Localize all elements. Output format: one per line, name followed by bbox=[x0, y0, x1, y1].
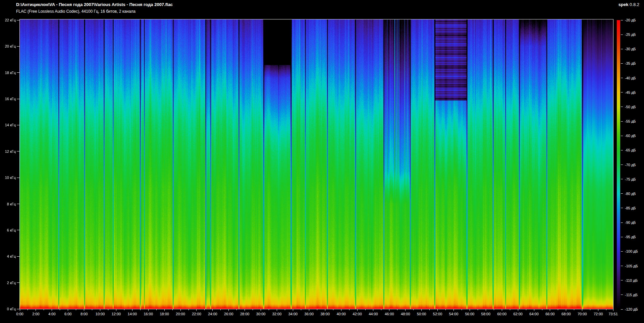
time-minor-tick bbox=[462, 309, 462, 310]
time-minor-tick bbox=[510, 309, 510, 310]
db-tick bbox=[621, 179, 623, 179]
time-tick-label: 54:00 bbox=[445, 312, 463, 316]
time-minor-tick bbox=[28, 309, 28, 310]
time-tick bbox=[357, 309, 358, 311]
time-tick-label: 50:00 bbox=[413, 312, 431, 316]
db-tick-label: -85 дБ bbox=[625, 206, 644, 210]
freq-tick bbox=[17, 125, 19, 125]
time-minor-tick bbox=[92, 309, 92, 310]
spectrogram-frame bbox=[19, 19, 613, 309]
freq-tick-label: 18 кГц bbox=[0, 71, 16, 75]
db-tick bbox=[621, 49, 623, 49]
freq-tick bbox=[17, 151, 19, 151]
time-tick bbox=[293, 309, 293, 311]
time-minor-tick bbox=[590, 309, 590, 310]
time-tick-label: 24:00 bbox=[204, 312, 222, 316]
time-tick bbox=[453, 309, 454, 311]
time-tick-label: 6:00 bbox=[59, 312, 77, 316]
time-minor-tick bbox=[526, 309, 526, 310]
time-tick-label: 46:00 bbox=[380, 312, 398, 316]
time-minor-tick bbox=[44, 309, 44, 310]
time-tick-label: 26:00 bbox=[220, 312, 238, 316]
freq-tick bbox=[17, 204, 19, 204]
freq-tick bbox=[17, 256, 19, 257]
time-tick-label: 70:00 bbox=[573, 312, 591, 316]
time-tick bbox=[228, 309, 229, 311]
time-minor-tick bbox=[156, 309, 157, 310]
time-minor-tick bbox=[429, 309, 430, 310]
db-tick bbox=[621, 222, 623, 223]
app-version-label: spek 0.8.2 bbox=[619, 2, 639, 7]
file-path: D:\Антициклон\VA - Песня года 2007\Vario… bbox=[16, 2, 173, 7]
time-tick bbox=[405, 309, 406, 311]
db-tick-label: -20 дБ bbox=[625, 18, 644, 22]
time-minor-tick bbox=[558, 309, 558, 310]
freq-tick bbox=[17, 230, 19, 230]
time-minor-tick bbox=[140, 309, 141, 310]
db-tick-label: -45 дБ bbox=[625, 90, 644, 94]
time-minor-tick bbox=[189, 309, 189, 310]
freq-tick bbox=[17, 20, 19, 20]
time-tick-label: 68:00 bbox=[557, 312, 575, 316]
time-tick bbox=[148, 309, 149, 311]
time-tick bbox=[341, 309, 341, 311]
time-minor-tick bbox=[269, 309, 269, 310]
time-tick-label: 38:00 bbox=[316, 312, 334, 316]
freq-tick bbox=[17, 99, 19, 99]
time-tick bbox=[52, 309, 52, 311]
format-info: FLAC (Free Lossless Audio Codec), 44100 … bbox=[16, 9, 136, 14]
time-tick bbox=[180, 309, 181, 311]
db-tick bbox=[621, 136, 623, 136]
time-tick-label: 58:00 bbox=[477, 312, 495, 316]
time-minor-tick bbox=[349, 309, 350, 310]
time-minor-tick bbox=[413, 309, 414, 310]
time-tick-label: 20:00 bbox=[171, 312, 190, 316]
db-tick-label: -70 дБ bbox=[625, 163, 644, 167]
time-tick bbox=[598, 309, 598, 311]
time-tick-label: 4:00 bbox=[43, 312, 61, 316]
time-minor-tick bbox=[124, 309, 124, 310]
freq-tick bbox=[17, 309, 19, 309]
freq-tick-label: 16 кГц bbox=[0, 97, 16, 101]
time-minor-tick bbox=[397, 309, 397, 310]
time-tick bbox=[470, 309, 470, 311]
app-name: spek bbox=[619, 2, 629, 7]
db-tick-label: -30 дБ bbox=[625, 47, 644, 51]
time-minor-tick bbox=[236, 309, 237, 310]
db-tick-label: -65 дБ bbox=[625, 148, 644, 152]
db-tick bbox=[621, 266, 623, 266]
db-tick-label: -35 дБ bbox=[625, 61, 644, 65]
time-tick-label: 28:00 bbox=[236, 312, 254, 316]
time-tick bbox=[534, 309, 534, 311]
db-tick bbox=[621, 63, 623, 64]
time-tick-label: 40:00 bbox=[332, 312, 350, 316]
time-tick bbox=[437, 309, 438, 311]
time-tick bbox=[325, 309, 325, 311]
db-tick-label: -90 дБ bbox=[625, 220, 644, 224]
db-tick-label: -80 дБ bbox=[625, 192, 644, 196]
db-tick bbox=[621, 251, 623, 252]
time-tick bbox=[389, 309, 389, 311]
time-minor-tick bbox=[381, 309, 381, 310]
time-minor-tick bbox=[204, 309, 205, 310]
time-tick-label: 73:51 bbox=[604, 312, 622, 316]
time-tick bbox=[164, 309, 165, 311]
db-tick bbox=[621, 193, 623, 194]
freq-tick bbox=[17, 178, 19, 178]
time-minor-tick bbox=[76, 309, 76, 310]
db-tick-label: -50 дБ bbox=[625, 105, 644, 109]
db-tick-label: -60 дБ bbox=[625, 134, 644, 138]
db-tick bbox=[621, 309, 623, 310]
freq-tick-label: 22 кГц bbox=[0, 18, 16, 22]
db-tick-label: -25 дБ bbox=[625, 33, 644, 37]
db-tick bbox=[621, 150, 623, 150]
time-tick-label: 64:00 bbox=[525, 312, 543, 316]
time-minor-tick bbox=[494, 309, 494, 310]
time-tick-label: 42:00 bbox=[348, 312, 366, 316]
time-tick bbox=[518, 309, 518, 311]
time-minor-tick bbox=[253, 309, 253, 310]
time-tick bbox=[550, 309, 550, 311]
time-tick-label: 22:00 bbox=[187, 312, 206, 316]
time-tick-label: 36:00 bbox=[300, 312, 318, 316]
time-tick-label: 52:00 bbox=[429, 312, 447, 316]
